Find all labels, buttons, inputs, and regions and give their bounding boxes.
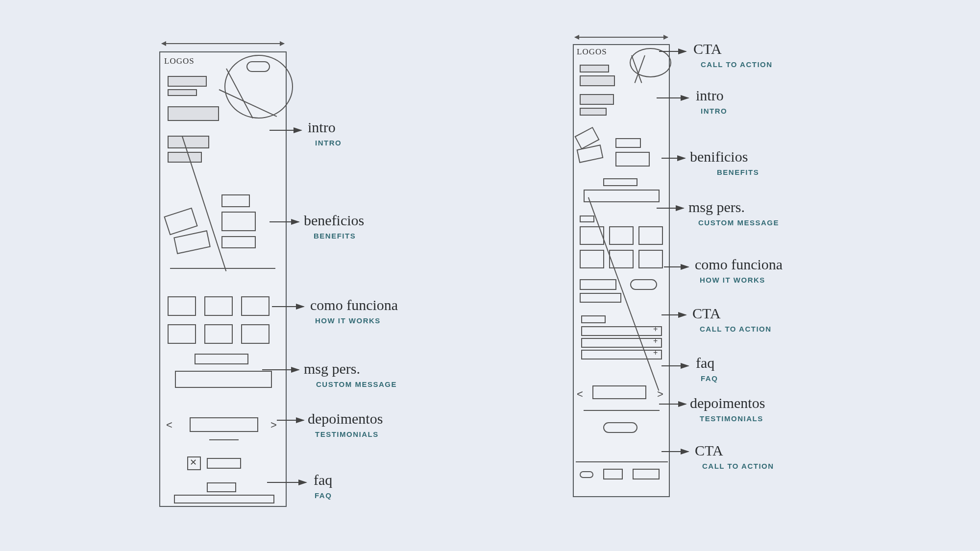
label-script: msg pers.: [304, 361, 397, 376]
cta-block: [580, 279, 616, 290]
testimonial-line: [209, 439, 239, 440]
label-cta2: CTA CALL TO ACTION: [692, 306, 772, 333]
faq-row: [581, 326, 662, 336]
label-cta1: CTA CALL TO ACTION: [693, 42, 773, 69]
hiw-card: [609, 250, 634, 268]
label-cta3: CTA CALL TO ACTION: [695, 443, 774, 470]
intro-block: [168, 136, 209, 148]
cta-button: [603, 422, 637, 433]
msg-block: [175, 371, 272, 388]
faq-row: [581, 338, 662, 348]
label-caption: TESTIMONIALS: [700, 414, 765, 423]
benefit-tile: [221, 212, 256, 231]
testimonial: [592, 385, 646, 399]
label-caption: BENEFITS: [717, 168, 759, 176]
left-arrows: [0, 0, 980, 551]
hiw-card: [580, 250, 604, 268]
hiw-card: [241, 296, 270, 316]
label-script: benificios: [690, 149, 759, 164]
label-script: como funciona: [695, 257, 783, 272]
intro-block: [168, 89, 197, 96]
hiw-small: [580, 216, 594, 222]
label-script: intro: [696, 88, 727, 103]
testimonial-name: [207, 458, 241, 469]
footer-rule: [576, 461, 668, 462]
label-script: faq: [314, 473, 332, 487]
label-hiw-r: como funciona HOW IT WORKS: [695, 257, 783, 284]
label-script: beneficios: [304, 213, 364, 228]
footer-block: [633, 469, 660, 479]
label-caption: CALL TO ACTION: [701, 60, 773, 69]
label-script: como funciona: [310, 298, 398, 312]
cta-pill: [246, 61, 270, 72]
label-testimonials: depoimentos TESTIMONIALS: [308, 411, 383, 438]
cta-button: [630, 279, 657, 290]
hiw-arrow: [170, 268, 275, 269]
label-testimonials-r: depoimentos TESTIMONIALS: [690, 396, 765, 423]
cta-sub: [580, 293, 621, 303]
wireframe-right: LOGOS + + + < >: [573, 44, 670, 497]
testimonials-next: >: [270, 419, 277, 431]
label-caption: CALL TO ACTION: [700, 325, 772, 333]
label-faq-r: faq FAQ: [696, 356, 718, 383]
hiw-card: [204, 324, 233, 344]
logos-label: LOGOS: [577, 47, 607, 57]
width-arrow-left: [162, 43, 284, 44]
benefit-tile: [221, 236, 256, 248]
label-script: faq: [696, 356, 718, 370]
label-benefits-r: benificios BENEFITS: [690, 149, 759, 176]
faq-title: [207, 482, 236, 492]
width-arrow-right: [575, 37, 668, 38]
label-script: CTA: [692, 306, 772, 321]
benefit-tile: [221, 194, 250, 207]
label-intro: intro INTRO: [308, 120, 342, 147]
benefit-tile: [615, 152, 650, 167]
msg-title: [603, 178, 637, 186]
intro-block: [580, 65, 609, 72]
msg-block: [584, 190, 660, 202]
label-benefits: beneficios BENEFITS: [304, 213, 364, 240]
label-script: msg pers.: [688, 200, 779, 215]
faq-title: [581, 315, 606, 323]
testimonial: [190, 417, 258, 432]
label-caption: FAQ: [701, 374, 718, 383]
intro-block: [168, 76, 207, 87]
faq-plus: +: [653, 336, 658, 345]
hiw-card: [241, 324, 270, 344]
label-msg-r: msg pers. CUSTOM MESSAGE: [688, 200, 779, 227]
faq-row: [581, 350, 662, 359]
benefit-tile: [164, 208, 197, 236]
testimonials-prev: <: [166, 419, 172, 431]
msg-block: [195, 354, 248, 364]
label-caption: CUSTOM MESSAGE: [698, 218, 779, 227]
label-script: depoimentos: [690, 396, 765, 410]
benefit-tile: [173, 230, 211, 254]
label-msg: msg pers. CUSTOM MESSAGE: [304, 361, 397, 388]
faq-bar: [174, 495, 274, 503]
hero-funnel: [630, 48, 671, 77]
wireframe-left: LOGOS < > ✕: [159, 51, 287, 507]
testimonials-prev: <: [577, 388, 583, 401]
label-caption: INTRO: [701, 107, 727, 115]
label-intro-r: intro INTRO: [696, 88, 727, 115]
label-caption: CUSTOM MESSAGE: [316, 380, 397, 388]
right-arrows: [0, 0, 980, 551]
hiw-card: [609, 226, 634, 245]
footer-chip: [580, 471, 593, 478]
label-caption: BENEFITS: [314, 232, 364, 240]
label-faq: faq FAQ: [314, 473, 332, 500]
testimonial-rule: [584, 410, 660, 411]
faq-plus: +: [653, 325, 658, 334]
intro-block: [168, 152, 202, 163]
label-caption: INTRO: [315, 139, 342, 147]
label-script: depoimentos: [308, 411, 383, 426]
logos-label: LOGOS: [164, 56, 195, 66]
intro-block: [580, 94, 614, 105]
label-script: CTA: [693, 42, 773, 56]
intro-block: [168, 106, 219, 121]
label-script: CTA: [695, 443, 774, 458]
intro-block: [580, 75, 615, 86]
label-script: intro: [308, 120, 342, 135]
footer-block: [603, 469, 623, 479]
intro-block: [580, 108, 607, 116]
